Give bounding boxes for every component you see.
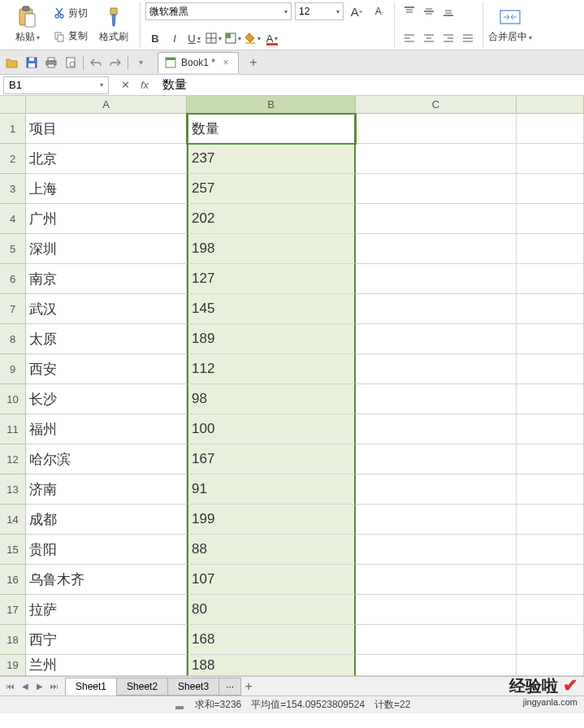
row-header[interactable]: 1 [0,114,26,144]
cell[interactable] [356,535,517,565]
sheet-nav-next[interactable]: ▶ [32,679,47,694]
cell[interactable]: 兰州 [26,655,187,676]
cell[interactable]: 贵阳 [26,535,187,565]
row-header[interactable]: 6 [0,264,26,294]
cancel-edit-button[interactable]: ✕ [117,77,133,93]
row-header[interactable]: 10 [0,384,26,414]
row-header[interactable]: 12 [0,444,26,474]
cell[interactable]: 西安 [26,354,187,384]
italic-button[interactable]: I [165,28,184,48]
add-sheet-button[interactable]: + [240,678,257,696]
open-button[interactable] [3,54,21,72]
align-left-button[interactable] [400,28,419,48]
cell[interactable]: 南京 [26,264,187,294]
cell[interactable]: 91 [187,474,356,505]
undo-button[interactable] [87,54,105,72]
cell[interactable] [517,234,584,264]
cell[interactable] [517,444,584,474]
column-header-B[interactable]: B [187,96,356,114]
fill-color-button[interactable]: ▾ [243,28,262,48]
format-painter-button[interactable]: 格式刷 [93,2,135,48]
sheet-nav-last[interactable]: ⏭ [47,679,62,694]
cell[interactable] [517,384,584,414]
row-header[interactable]: 15 [0,535,26,565]
cell[interactable]: 199 [187,505,356,535]
cell[interactable] [356,505,517,535]
cell[interactable]: 100 [187,414,356,444]
row-header[interactable]: 4 [0,204,26,234]
cell[interactable] [517,354,584,384]
bold-button[interactable]: B [145,28,165,48]
cell[interactable] [517,565,584,595]
sheet-tab-more[interactable]: ··· [218,678,241,696]
cell[interactable]: 98 [187,384,356,414]
cell[interactable] [356,384,517,414]
cell[interactable] [356,294,517,324]
row-header[interactable]: 2 [0,144,26,174]
align-middle-button[interactable] [419,2,439,21]
cell[interactable] [356,565,517,595]
row-header[interactable]: 14 [0,505,26,535]
cell[interactable]: 成都 [26,505,187,535]
cell[interactable]: 武汉 [26,294,187,324]
column-header-C[interactable]: C [356,96,517,114]
cell-style-button[interactable]: ▾ [223,28,243,48]
underline-button[interactable]: U▾ [184,28,204,48]
more-button[interactable]: ▾ [132,54,149,72]
cut-button[interactable]: 剪切 [52,5,89,21]
sheet-tab-3[interactable]: Sheet3 [167,678,219,696]
cell[interactable] [356,595,517,625]
cell[interactable]: 167 [187,444,356,474]
sheet-nav-prev[interactable]: ◀ [18,679,32,694]
cell[interactable] [517,264,584,294]
cell[interactable] [356,144,517,174]
row-header[interactable]: 8 [0,324,26,354]
cell[interactable] [356,414,517,444]
cell[interactable]: 北京 [26,144,187,174]
cell[interactable] [517,144,584,174]
cell[interactable]: 88 [187,535,356,565]
document-tab[interactable]: Book1 * × [158,52,239,73]
cell[interactable] [356,354,517,384]
align-right-button[interactable] [439,28,458,48]
cell[interactable]: 长沙 [26,384,187,414]
merge-center-button[interactable]: 合并居中▾ [485,0,535,50]
cell[interactable]: 112 [187,354,356,384]
cell[interactable] [517,535,584,565]
redo-button[interactable] [106,54,124,72]
cell[interactable]: 202 [187,204,356,234]
select-all-corner[interactable] [0,96,26,114]
row-header[interactable]: 11 [0,414,26,444]
cell[interactable]: 拉萨 [26,595,187,625]
sheet-nav-first[interactable]: ⏮ [3,679,18,694]
fx-button[interactable]: fx [136,77,153,93]
grow-font-button[interactable]: A+ [347,2,366,21]
align-center-button[interactable] [419,28,439,48]
cell[interactable] [356,234,517,264]
cell[interactable]: 广州 [26,204,187,234]
cell[interactable]: 深圳 [26,234,187,264]
cell[interactable]: 257 [187,174,356,204]
cell[interactable]: 189 [187,324,356,354]
row-header[interactable]: 18 [0,625,26,655]
row-header[interactable]: 7 [0,294,26,324]
cell[interactable] [517,324,584,354]
add-tab-button[interactable]: + [244,53,263,72]
cell[interactable]: 80 [187,595,356,625]
cell[interactable] [517,204,584,234]
cell[interactable]: 107 [187,565,356,595]
cell[interactable] [356,655,517,676]
row-header[interactable]: 19 [0,655,26,676]
print-preview-button[interactable] [62,54,80,72]
cell[interactable]: 127 [187,264,356,294]
cell[interactable] [356,474,517,505]
cell[interactable] [517,294,584,324]
cell[interactable]: 数量 [187,114,356,144]
paste-button[interactable]: 粘贴▾ [6,2,49,48]
row-header[interactable]: 3 [0,174,26,204]
border-button[interactable]: ▾ [204,28,223,48]
cell[interactable]: 上海 [26,174,187,204]
cell[interactable]: 太原 [26,324,187,354]
justify-button[interactable] [458,28,478,48]
copy-button[interactable]: 复制 [52,28,89,45]
